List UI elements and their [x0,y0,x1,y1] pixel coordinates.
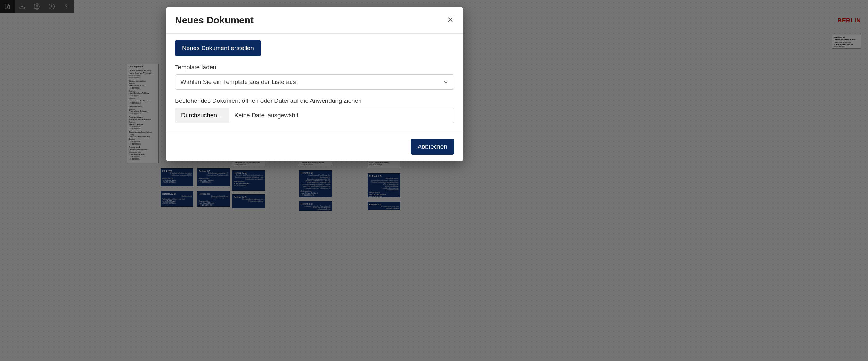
modal-header: Neues Dokument [166,7,463,34]
open-section-label: Bestehendes Dokument öffnen oder Datei a… [175,97,454,104]
modal-footer: Abbrechen [166,132,463,161]
chevron-down-icon [443,79,449,85]
cancel-button[interactable]: Abbrechen [410,139,454,155]
modal-title: Neues Dokument [175,15,254,26]
close-icon [446,16,454,24]
close-button[interactable] [446,16,454,25]
template-section-label: Template laden [175,64,454,71]
template-select-placeholder: Wählen Sie ein Template aus der Liste au… [180,78,296,85]
new-document-modal: Neues Dokument Neues Dokument erstellen … [166,7,463,161]
browse-button[interactable]: Durchsuchen… [175,108,229,123]
modal-body: Neues Dokument erstellen Template laden … [166,34,463,132]
template-select[interactable]: Wählen Sie ein Template aus der Liste au… [175,74,454,90]
file-input-row: Durchsuchen… Keine Datei ausgewählt. [175,108,454,123]
create-document-button[interactable]: Neues Dokument erstellen [175,40,261,56]
file-status: Keine Datei ausgewählt. [229,108,454,123]
